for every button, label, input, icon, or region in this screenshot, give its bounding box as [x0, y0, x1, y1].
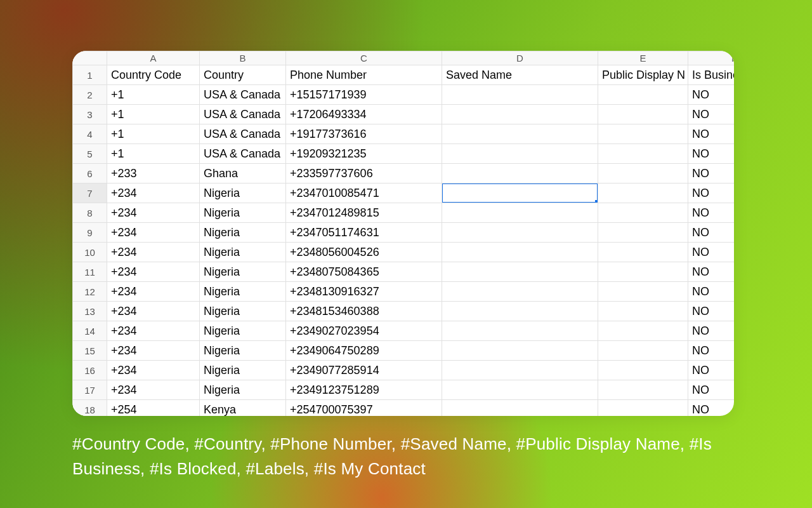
- cell[interactable]: +2348075084365: [286, 262, 442, 282]
- cell[interactable]: NO: [688, 302, 735, 321]
- cell[interactable]: USA & Canada: [200, 144, 286, 164]
- cell[interactable]: Nigeria: [200, 321, 286, 341]
- cell[interactable]: NO: [688, 400, 735, 417]
- cell[interactable]: Nigeria: [200, 282, 286, 302]
- row-header[interactable]: 4: [73, 124, 107, 144]
- row-header[interactable]: 2: [73, 85, 107, 105]
- row-header[interactable]: 18: [73, 400, 107, 417]
- row-header[interactable]: 11: [73, 262, 107, 282]
- cell[interactable]: +2347010085471: [286, 184, 442, 203]
- row-header[interactable]: 16: [73, 361, 107, 380]
- cell[interactable]: NO: [688, 124, 735, 144]
- cell[interactable]: NO: [688, 164, 735, 184]
- cell[interactable]: +1: [107, 85, 200, 105]
- cell[interactable]: +2348153460388: [286, 302, 442, 321]
- cell[interactable]: NO: [688, 361, 735, 380]
- cell[interactable]: Ghana: [200, 164, 286, 184]
- cell[interactable]: NO: [688, 144, 735, 164]
- cell[interactable]: NO: [688, 223, 735, 243]
- row-header[interactable]: 13: [73, 302, 107, 321]
- cell[interactable]: +15157171939: [286, 85, 442, 105]
- row-header[interactable]: 6: [73, 164, 107, 184]
- cell[interactable]: [598, 302, 688, 321]
- cell[interactable]: [442, 243, 598, 262]
- cell[interactable]: [442, 361, 598, 380]
- column-header-B[interactable]: B: [200, 51, 286, 65]
- cell[interactable]: Kenya: [200, 400, 286, 417]
- selected-cell[interactable]: [442, 184, 598, 203]
- row-header[interactable]: 7: [73, 184, 107, 203]
- cell[interactable]: +2347051174631: [286, 223, 442, 243]
- cell[interactable]: +1: [107, 105, 200, 124]
- cell[interactable]: +19209321235: [286, 144, 442, 164]
- cell[interactable]: +233597737606: [286, 164, 442, 184]
- cell[interactable]: [442, 282, 598, 302]
- fill-handle[interactable]: [595, 200, 598, 203]
- cell[interactable]: [598, 124, 688, 144]
- cell[interactable]: +17206493334: [286, 105, 442, 124]
- cell[interactable]: Nigeria: [200, 341, 286, 361]
- cell[interactable]: [598, 144, 688, 164]
- cell[interactable]: [442, 105, 598, 124]
- cell[interactable]: +1: [107, 124, 200, 144]
- cell[interactable]: NO: [688, 243, 735, 262]
- cell[interactable]: [598, 184, 688, 203]
- cell[interactable]: [598, 203, 688, 223]
- cell[interactable]: +234: [107, 302, 200, 321]
- select-all-corner[interactable]: [73, 51, 107, 65]
- cell[interactable]: +234: [107, 203, 200, 223]
- row-header[interactable]: 17: [73, 380, 107, 400]
- cell[interactable]: [598, 341, 688, 361]
- row-header[interactable]: 10: [73, 243, 107, 262]
- column-header-D[interactable]: D: [442, 51, 598, 65]
- cell[interactable]: +2347012489815: [286, 203, 442, 223]
- cell[interactable]: NO: [688, 341, 735, 361]
- column-header-C[interactable]: C: [286, 51, 442, 65]
- cell[interactable]: +19177373616: [286, 124, 442, 144]
- cell[interactable]: [598, 243, 688, 262]
- cell[interactable]: [442, 400, 598, 417]
- cell[interactable]: [442, 223, 598, 243]
- cell[interactable]: [442, 341, 598, 361]
- cell[interactable]: NO: [688, 105, 735, 124]
- cell[interactable]: +234: [107, 321, 200, 341]
- cell[interactable]: USA & Canada: [200, 85, 286, 105]
- spreadsheet[interactable]: ABCDEF1Country CodeCountryPhone NumberSa…: [72, 51, 734, 416]
- cell[interactable]: Nigeria: [200, 302, 286, 321]
- cell[interactable]: +233: [107, 164, 200, 184]
- cell[interactable]: [442, 144, 598, 164]
- cell[interactable]: NO: [688, 380, 735, 400]
- cell[interactable]: [442, 85, 598, 105]
- cell[interactable]: [598, 282, 688, 302]
- header-cell[interactable]: Public Display N: [598, 65, 688, 85]
- row-header[interactable]: 1: [73, 65, 107, 85]
- header-cell[interactable]: Phone Number: [286, 65, 442, 85]
- cell[interactable]: +234: [107, 361, 200, 380]
- cell[interactable]: +234: [107, 243, 200, 262]
- cell[interactable]: NO: [688, 85, 735, 105]
- column-header-A[interactable]: A: [107, 51, 200, 65]
- cell[interactable]: +254: [107, 400, 200, 417]
- cell[interactable]: Nigeria: [200, 203, 286, 223]
- row-header[interactable]: 12: [73, 282, 107, 302]
- cell[interactable]: Nigeria: [200, 262, 286, 282]
- column-header-F[interactable]: F: [688, 51, 735, 65]
- cell[interactable]: +2348130916327: [286, 282, 442, 302]
- cell[interactable]: [442, 380, 598, 400]
- cell[interactable]: NO: [688, 184, 735, 203]
- row-header[interactable]: 3: [73, 105, 107, 124]
- cell[interactable]: Nigeria: [200, 184, 286, 203]
- header-cell[interactable]: Is Business?: [688, 65, 735, 85]
- cell[interactable]: [442, 321, 598, 341]
- cell[interactable]: +2349064750289: [286, 341, 442, 361]
- cell[interactable]: Nigeria: [200, 380, 286, 400]
- cell[interactable]: [442, 164, 598, 184]
- cell[interactable]: [598, 223, 688, 243]
- cell[interactable]: NO: [688, 321, 735, 341]
- header-cell[interactable]: Country: [200, 65, 286, 85]
- row-header[interactable]: 15: [73, 341, 107, 361]
- cell[interactable]: +234: [107, 282, 200, 302]
- cell[interactable]: [598, 105, 688, 124]
- cell[interactable]: [598, 380, 688, 400]
- cell[interactable]: +2348056004526: [286, 243, 442, 262]
